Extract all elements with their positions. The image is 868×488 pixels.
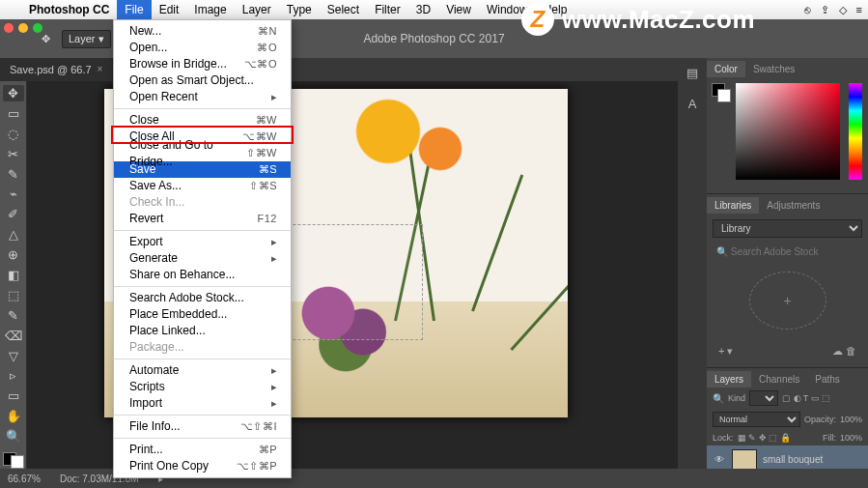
tools-panel: ✥ ▭ ◌ ✂ ✎ ⌁ ✐ △ ⊕ ◧ ⬚ ✎ ⌫ ▽ ▹ ▭ ✋ 🔍 bbox=[0, 81, 27, 469]
color-picker-field[interactable] bbox=[736, 83, 840, 180]
minimize-window[interactable] bbox=[18, 23, 28, 33]
tab-channels[interactable]: Channels bbox=[751, 371, 807, 388]
libraries-panel: Libraries Adjustments Library 🔍 Search A… bbox=[707, 194, 868, 368]
menu-filter[interactable]: Filter bbox=[367, 0, 408, 19]
auto-select-dropdown[interactable]: Layer ▾ bbox=[62, 30, 111, 48]
status-icon[interactable]: ◇ bbox=[839, 4, 847, 16]
menu-item-automate[interactable]: Automate▸ bbox=[114, 362, 291, 379]
tab-swatches[interactable]: Swatches bbox=[745, 61, 802, 77]
menu-item-revert[interactable]: RevertF12 bbox=[114, 211, 291, 227]
menu-image[interactable]: Image bbox=[186, 0, 234, 19]
trash-icon[interactable]: 🗑 bbox=[846, 345, 856, 357]
menu-item-check-in: Check In... bbox=[114, 194, 291, 211]
tab-label: Save.psd @ 66.7 bbox=[10, 58, 92, 81]
tool-lasso[interactable]: ◌ bbox=[3, 126, 24, 142]
menu-select[interactable]: Select bbox=[320, 0, 367, 19]
close-tab-icon[interactable]: × bbox=[98, 58, 103, 81]
tool-heal[interactable]: ⌁ bbox=[3, 186, 24, 202]
tab-color[interactable]: Color bbox=[707, 61, 745, 77]
tool-brush[interactable]: ✐ bbox=[3, 206, 24, 222]
color-swatches[interactable] bbox=[3, 452, 24, 469]
window-controls bbox=[4, 23, 42, 33]
tab-libraries[interactable]: Libraries bbox=[707, 197, 759, 214]
menu-item-generate[interactable]: Generate▸ bbox=[114, 250, 291, 267]
menu-item-print-one-copy[interactable]: Print One Copy⌥⇧⌘P bbox=[114, 458, 291, 474]
layer-name: small bouquet bbox=[763, 454, 823, 465]
hue-slider[interactable] bbox=[849, 83, 862, 180]
tool-pen[interactable]: ▽ bbox=[3, 348, 24, 364]
menu-item-import[interactable]: Import▸ bbox=[114, 395, 291, 412]
menu-item-place-linked[interactable]: Place Linked... bbox=[114, 323, 291, 339]
library-search[interactable]: 🔍 Search Adobe Stock bbox=[713, 244, 862, 260]
add-content-icon[interactable]: + ▾ bbox=[718, 345, 733, 358]
menu-layer[interactable]: Layer bbox=[235, 0, 279, 19]
blend-mode[interactable]: Normal bbox=[713, 412, 800, 427]
color-panel: Color Swatches bbox=[707, 58, 868, 194]
menu-item-open[interactable]: Open...⌘O bbox=[114, 40, 291, 56]
menu-item-open-recent[interactable]: Open Recent▸ bbox=[114, 89, 291, 105]
fg-bg-chip[interactable] bbox=[712, 83, 731, 102]
menu-item-close-and-go-to-bridge[interactable]: Close and Go to Bridge...⇧⌘W bbox=[114, 145, 291, 161]
menu-item-scripts[interactable]: Scripts▸ bbox=[114, 379, 291, 395]
window-title: Adobe Photoshop CC 2017 bbox=[363, 32, 504, 45]
tool-blur[interactable]: ✎ bbox=[3, 307, 24, 324]
status-icon[interactable]: ⎋ bbox=[804, 4, 811, 15]
menu-item-share-on-behance[interactable]: Share on Behance... bbox=[114, 267, 291, 283]
zoom-level[interactable]: 66.67% bbox=[8, 474, 41, 484]
properties-panel-icon[interactable]: A bbox=[684, 97, 701, 114]
right-panels: Color Swatches Libraries Adjustments Lib… bbox=[707, 58, 868, 469]
menu-item-package: Package... bbox=[114, 339, 291, 356]
menu-3d[interactable]: 3D bbox=[408, 0, 438, 19]
watermark: Z www.MacZ.com bbox=[521, 0, 755, 39]
tool-hand[interactable]: 🔍 bbox=[3, 428, 24, 445]
tool-shape[interactable]: ✋ bbox=[3, 408, 24, 424]
menu-item-export[interactable]: Export▸ bbox=[114, 234, 291, 250]
menu-item-search-adobe-stock[interactable]: Search Adobe Stock... bbox=[114, 290, 291, 306]
tool-history-brush[interactable]: ⊕ bbox=[3, 246, 24, 263]
library-add-drop[interactable] bbox=[749, 272, 826, 330]
menu-item-close[interactable]: Close⌘W bbox=[114, 112, 291, 129]
menu-item-save-as[interactable]: Save As...⇧⌘S bbox=[114, 178, 291, 194]
library-dropdown[interactable]: Library bbox=[713, 219, 862, 238]
menu-edit[interactable]: Edit bbox=[152, 0, 187, 19]
tool-stamp[interactable]: △ bbox=[3, 226, 24, 243]
menu-item-new[interactable]: New...⌘N bbox=[114, 23, 291, 40]
tool-eyedropper[interactable]: ✎ bbox=[3, 166, 24, 183]
menu-item-open-as-smart-object[interactable]: Open as Smart Object... bbox=[114, 72, 291, 89]
tab-layers[interactable]: Layers bbox=[707, 371, 751, 388]
tab-adjustments[interactable]: Adjustments bbox=[759, 197, 827, 214]
menu-type[interactable]: Type bbox=[279, 0, 320, 19]
document-tab[interactable]: Save.psd @ 66.7 × bbox=[0, 58, 113, 81]
watermark-logo: Z bbox=[521, 3, 554, 36]
tool-path[interactable]: ▭ bbox=[3, 388, 24, 404]
tool-eraser[interactable]: ◧ bbox=[3, 267, 24, 283]
close-window[interactable] bbox=[4, 23, 14, 33]
panel-dock: ▤ A bbox=[678, 58, 707, 469]
menu-view[interactable]: View bbox=[438, 0, 479, 19]
tab-paths[interactable]: Paths bbox=[807, 371, 848, 388]
tool-move[interactable]: ✥ bbox=[3, 85, 24, 101]
menu-item-place-embedded[interactable]: Place Embedded... bbox=[114, 306, 291, 323]
tool-dodge[interactable]: ⌫ bbox=[3, 328, 24, 344]
tool-crop[interactable]: ✂ bbox=[3, 146, 24, 162]
tool-gradient[interactable]: ⬚ bbox=[3, 287, 24, 303]
layer-thumb bbox=[732, 449, 757, 471]
menu-item-print[interactable]: Print...⌘P bbox=[114, 442, 291, 458]
cloud-icon[interactable]: ☁ bbox=[832, 345, 843, 357]
menu-item-file-info[interactable]: File Info...⌥⇧⌘I bbox=[114, 418, 291, 435]
menu-file[interactable]: File bbox=[117, 0, 151, 19]
history-panel-icon[interactable]: ▤ bbox=[684, 66, 701, 83]
app-name[interactable]: Photoshop CC bbox=[21, 3, 117, 16]
menu-item-browse-in-bridge[interactable]: Browse in Bridge...⌥⌘O bbox=[114, 56, 291, 72]
tool-type[interactable]: ▹ bbox=[3, 367, 24, 384]
status-icon[interactable]: ⇪ bbox=[821, 4, 829, 16]
tool-marquee[interactable]: ▭ bbox=[3, 105, 24, 122]
file-menu-dropdown: New...⌘NOpen...⌘OBrowse in Bridge...⌥⌘OO… bbox=[113, 19, 292, 478]
visibility-icon[interactable]: 👁 bbox=[713, 454, 726, 465]
menubar-status-icons: ⎋ ⇪ ◇ ≡ bbox=[804, 0, 862, 19]
status-icon[interactable]: ≡ bbox=[856, 4, 862, 15]
zoom-window[interactable] bbox=[33, 23, 42, 33]
